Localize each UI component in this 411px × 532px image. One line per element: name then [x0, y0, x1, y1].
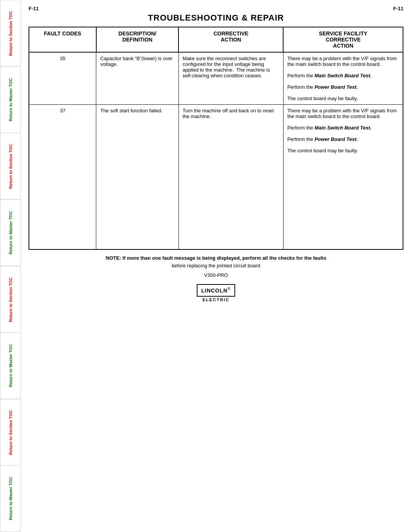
main-table: FAULT CODES DESCRIPTION/DEFINITION CORRE… [29, 27, 403, 250]
sidebar-tab-section-toc-1[interactable]: Return to Section TOC [0, 0, 21, 67]
main-content: F-11 F-11 TROUBLESHOOTING & REPAIR FAULT… [21, 0, 411, 311]
corrective-action-35: Make sure the reconnect switches are con… [178, 52, 283, 105]
note-line2: before replacing the printed circuit boa… [29, 262, 403, 270]
page-title: TROUBLESHOOTING & REPAIR [29, 13, 403, 23]
header-description: DESCRIPTION/DEFINITION [96, 27, 178, 52]
table-row-37: 37 The soft start function failed. Turn … [29, 105, 403, 249]
sidebar: Return to Section TOC Return to Master T… [0, 0, 21, 532]
sidebar-tab-master-toc-1[interactable]: Return to Master TOC [0, 67, 21, 133]
fault-code-37: 37 [29, 105, 96, 249]
sidebar-tab-master-toc-4[interactable]: Return to Master TOC [0, 465, 21, 532]
note-area: NOTE: If more than one fault message is … [29, 254, 403, 304]
note-model: V350-PRO [29, 272, 403, 280]
header-service-facility: SERVICE FACILITYCORRECTIVEACTION [283, 27, 403, 52]
corrective-action-37: Turn the machine off and back on to rese… [178, 105, 283, 249]
service-facility-35: There may be a problem with the V/F sign… [283, 52, 403, 105]
header-fault-codes: FAULT CODES [29, 27, 96, 52]
description-35: Capacitor bank “B”(lower) is over voltag… [96, 52, 178, 105]
sidebar-tab-section-toc-3[interactable]: Return to Section TOC [0, 266, 21, 333]
lincoln-logo: LINCOLN® [197, 284, 236, 297]
description-37: The soft start function failed. [96, 105, 178, 249]
sidebar-tab-master-toc-2[interactable]: Return to Master TOC [0, 200, 21, 266]
brand-name: LINCOLN® [201, 286, 231, 295]
registered-symbol: ® [228, 287, 231, 291]
table-row-35: 35 Capacitor bank “B”(lower) is over vol… [29, 52, 403, 105]
service-facility-37: There may be a problem with the V/F sign… [283, 105, 403, 249]
page-code-left: F-11 [29, 6, 39, 11]
page-header: F-11 F-11 [29, 6, 403, 11]
sidebar-tab-section-toc-4[interactable]: Return to Section TOC [0, 399, 21, 466]
fault-code-35: 35 [29, 52, 96, 105]
header-corrective-action: CORRECTIVEACTION [178, 27, 283, 52]
brand-sub: ELECTRIC [29, 297, 403, 304]
page-code-right: F-11 [393, 6, 403, 11]
sidebar-tab-section-toc-2[interactable]: Return to Section TOC [0, 133, 21, 200]
sidebar-tab-master-toc-3[interactable]: Return to Master TOC [0, 332, 21, 399]
note-line1: NOTE: If more than one fault message is … [29, 254, 403, 262]
